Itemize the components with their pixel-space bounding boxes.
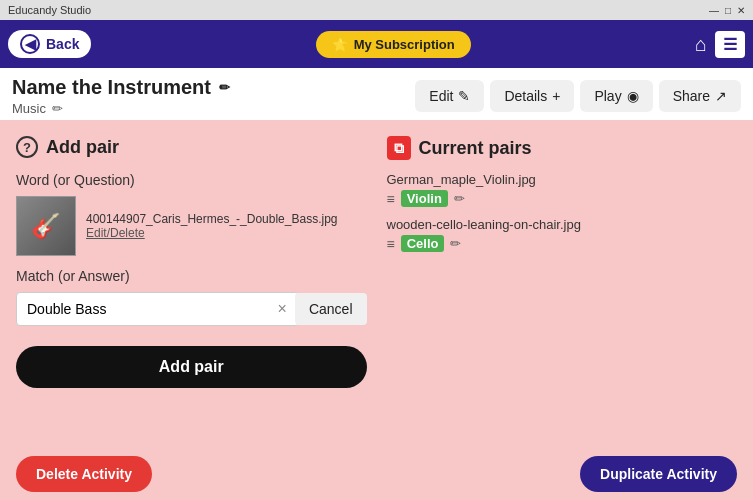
details-button[interactable]: Details + xyxy=(490,80,574,112)
edit-btn-label: Edit xyxy=(429,88,453,104)
pair-answer-row-1: ≡ Violin ✏ xyxy=(387,190,738,207)
content-header: Name the Instrument ✏ Music ✏ Edit ✎ Det… xyxy=(0,68,753,120)
subscription-label: My Subscription xyxy=(354,37,455,52)
duplicate-activity-button[interactable]: Duplicate Activity xyxy=(580,456,737,492)
title-bar: Educandy Studio — □ ✕ xyxy=(0,0,753,20)
pair-answer-badge-2: Cello xyxy=(401,235,445,252)
back-label: Back xyxy=(46,36,79,52)
pair-answer-badge-1: Violin xyxy=(401,190,448,207)
pair-menu-icon-1: ≡ xyxy=(387,191,395,207)
back-button[interactable]: ◀ Back xyxy=(8,30,91,58)
window-controls[interactable]: — □ ✕ xyxy=(709,5,745,16)
navbar: ◀ Back ⭐ My Subscription ⌂ ☰ xyxy=(0,20,753,68)
current-pairs-label: Current pairs xyxy=(419,138,532,159)
page-title: Name the Instrument xyxy=(12,76,211,99)
word-label: Word (or Question) xyxy=(16,172,367,188)
header-left: Name the Instrument ✏ Music ✏ xyxy=(12,76,230,116)
share-button[interactable]: Share ↗ xyxy=(659,80,741,112)
home-button[interactable]: ⌂ xyxy=(695,33,707,56)
play-icon: ◉ xyxy=(627,88,639,104)
subscription-button[interactable]: ⭐ My Subscription xyxy=(316,31,471,58)
footer: Delete Activity Duplicate Activity xyxy=(0,446,753,500)
add-pair-title: ? Add pair xyxy=(16,136,367,158)
page-subtitle-row: Music ✏ xyxy=(12,101,230,116)
image-details: 400144907_Caris_Hermes_-_Double_Bass.jpg… xyxy=(86,212,338,240)
page-title-row: Name the Instrument ✏ xyxy=(12,76,230,99)
page-title-edit-icon[interactable]: ✏ xyxy=(219,80,230,95)
page-subtitle: Music xyxy=(12,101,46,116)
play-btn-label: Play xyxy=(594,88,621,104)
pair-item-2: wooden-cello-leaning-on-chair.jpg ≡ Cell… xyxy=(387,217,738,252)
details-btn-label: Details xyxy=(504,88,547,104)
puzzle-icon: ⧉ xyxy=(387,136,411,160)
pair-answer-row-2: ≡ Cello ✏ xyxy=(387,235,738,252)
close-button[interactable]: ✕ xyxy=(737,5,745,16)
nav-right: ⌂ ☰ xyxy=(695,31,745,58)
image-preview: 🎸 400144907_Caris_Hermes_-_Double_Bass.j… xyxy=(16,196,367,256)
image-thumbnail: 🎸 xyxy=(16,196,76,256)
pair-menu-icon-2: ≡ xyxy=(387,236,395,252)
pair-image-name-2: wooden-cello-leaning-on-chair.jpg xyxy=(387,217,738,232)
pair-image-name-1: German_maple_Violin.jpg xyxy=(387,172,738,187)
play-button[interactable]: Play ◉ xyxy=(580,80,652,112)
match-input-row: × Cancel xyxy=(16,292,367,326)
match-label: Match (or Answer) xyxy=(16,268,367,284)
edit-button[interactable]: Edit ✎ xyxy=(415,80,484,112)
match-input[interactable] xyxy=(16,292,300,326)
clear-input-button[interactable]: × xyxy=(278,300,287,318)
thumbnail-placeholder: 🎸 xyxy=(17,197,75,255)
minimize-button[interactable]: — xyxy=(709,5,719,16)
share-icon: ↗ xyxy=(715,88,727,104)
pair-edit-icon-2[interactable]: ✏ xyxy=(450,236,461,251)
current-pairs-title: ⧉ Current pairs xyxy=(387,136,738,160)
header-buttons: Edit ✎ Details + Play ◉ Share ↗ xyxy=(415,80,741,112)
main-content: ? Add pair Word (or Question) 🎸 40014490… xyxy=(0,120,753,446)
pair-item-1: German_maple_Violin.jpg ≡ Violin ✏ xyxy=(387,172,738,207)
share-btn-label: Share xyxy=(673,88,710,104)
right-panel: ⧉ Current pairs German_maple_Violin.jpg … xyxy=(387,136,738,430)
hamburger-icon: ☰ xyxy=(723,36,737,53)
left-panel: ? Add pair Word (or Question) 🎸 40014490… xyxy=(16,136,367,430)
pair-edit-icon-1[interactable]: ✏ xyxy=(454,191,465,206)
image-filename: 400144907_Caris_Hermes_-_Double_Bass.jpg xyxy=(86,212,338,226)
menu-button[interactable]: ☰ xyxy=(715,31,745,58)
star-icon: ⭐ xyxy=(332,37,348,52)
add-pair-label: Add pair xyxy=(46,137,119,158)
cancel-button[interactable]: Cancel xyxy=(295,293,367,325)
subtitle-edit-icon[interactable]: ✏ xyxy=(52,101,63,116)
back-arrow-icon: ◀ xyxy=(20,34,40,54)
image-edit-link[interactable]: Edit/Delete xyxy=(86,226,338,240)
maximize-button[interactable]: □ xyxy=(725,5,731,16)
app-name: Educandy Studio xyxy=(8,4,91,16)
help-icon: ? xyxy=(16,136,38,158)
add-pair-button[interactable]: Add pair xyxy=(16,346,367,388)
details-plus-icon: + xyxy=(552,88,560,104)
delete-activity-button[interactable]: Delete Activity xyxy=(16,456,152,492)
edit-btn-icon: ✎ xyxy=(458,88,470,104)
